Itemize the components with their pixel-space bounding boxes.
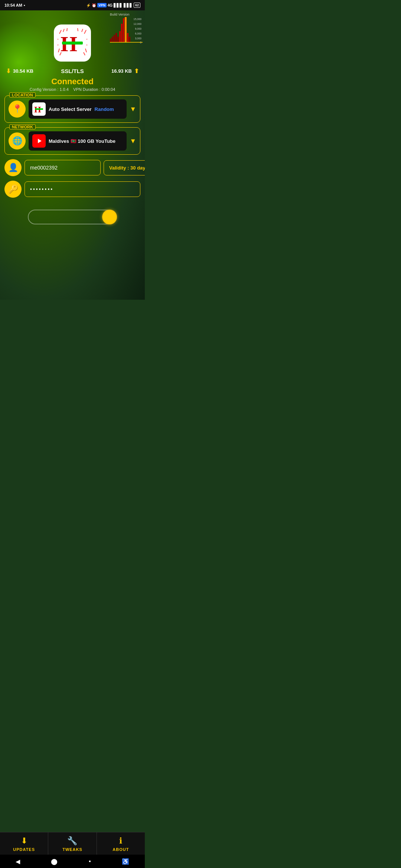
upload-arrow-icon: ⬆ <box>134 68 139 75</box>
server-name: Auto Select Server <box>49 106 92 112</box>
svg-line-30 <box>58 39 58 39</box>
status-left: 10:54 AM ▪ <box>4 3 25 7</box>
username-input[interactable] <box>25 160 101 175</box>
logo-area: H <box>4 13 140 62</box>
download-stat: ⬇ 30.54 KB <box>6 68 33 75</box>
signal-bars: ▋▋▋ <box>114 3 123 7</box>
svg-line-29 <box>84 52 85 55</box>
svg-line-27 <box>85 49 87 52</box>
network-section: NETWORK 🌐 Maldives 🇲🇻 100 GB YouTube <box>4 127 140 155</box>
svg-line-22 <box>67 28 67 31</box>
server-random-tag: Random <box>95 106 114 112</box>
svg-line-24 <box>82 29 83 32</box>
main-content: Build Version 15,000 12,000 9,000 6,000 … <box>0 10 145 300</box>
slider-area <box>4 202 140 232</box>
svg-line-23 <box>78 28 78 31</box>
svg-rect-35 <box>35 108 43 110</box>
user-icon-btn: 👤 <box>4 159 22 176</box>
password-row: 🔑 <box>4 181 140 198</box>
time-display: 10:54 AM <box>4 3 22 7</box>
config-version: Config Version : 1.0.4 <box>30 87 69 92</box>
status-right: ⚡ ⏰ VPN 4G ▋▋▋ ▋▋▋ 62 <box>86 3 140 8</box>
download-arrow-icon: ⬇ <box>6 68 11 75</box>
svg-line-32 <box>58 45 58 46</box>
download-value: 30.54 KB <box>13 68 33 74</box>
location-section-label: LOCATION <box>9 92 36 98</box>
location-section: LOCATION 📍 H Auto Select Server Random ▼ <box>4 95 140 123</box>
upload-stat: 16.93 KB ⬆ <box>111 68 139 75</box>
network-name: Maldives 🇲🇻 100 GB YouTube <box>49 138 115 144</box>
vpn-badge: VPN <box>97 3 107 7</box>
network-flag: 🇲🇻 <box>71 138 76 144</box>
password-input[interactable] <box>25 181 140 197</box>
connection-status: Connected <box>4 77 140 86</box>
username-row: 👤 Validity : 30 days <box>4 159 140 176</box>
location-icon-btn[interactable]: 📍 <box>9 101 26 118</box>
youtube-icon-svg <box>34 137 44 145</box>
vpn-duration: VPN Duration : 0:00:04 <box>73 87 115 92</box>
upload-value: 16.93 KB <box>111 68 132 74</box>
protocol-label: SSL/TLS <box>61 68 84 74</box>
svg-line-25 <box>84 30 86 34</box>
connect-slider-thumb[interactable] <box>102 210 117 224</box>
connect-slider-track[interactable] <box>28 210 117 224</box>
bluetooth-icon: ⚡ <box>86 3 91 7</box>
app-logo: H <box>54 24 91 62</box>
signal-bars-2: ▋▋▋ <box>124 3 133 7</box>
validity-display: Validity : 30 days <box>104 160 145 175</box>
connected-section: Connected Config Version : 1.0.4 VPN Dur… <box>4 77 140 92</box>
svg-line-26 <box>58 49 59 52</box>
svg-line-31 <box>87 39 87 39</box>
network-dropdown-arrow[interactable]: ▼ <box>130 137 136 145</box>
network-select-box[interactable]: Maldives 🇲🇻 100 GB YouTube <box>29 131 127 151</box>
logo-svg: H <box>58 28 87 58</box>
svg-line-21 <box>63 29 64 32</box>
location-row: 📍 H Auto Select Server Random ▼ <box>9 99 136 119</box>
server-logo-svg: H <box>33 103 45 115</box>
config-info: Config Version : 1.0.4 VPN Duration : 0:… <box>4 87 140 92</box>
network-row: 🌐 Maldives 🇲🇻 100 GB YouTube ▼ <box>9 131 136 151</box>
youtube-logo <box>32 134 46 148</box>
status-bar: 10:54 AM ▪ ⚡ ⏰ VPN 4G ▋▋▋ ▋▋▋ 62 <box>0 0 145 10</box>
screen-icon: ▪ <box>24 3 25 7</box>
network-icon-btn[interactable]: 🌐 <box>9 132 26 149</box>
svg-rect-19 <box>62 42 83 45</box>
alarm-icon: ⏰ <box>92 3 96 7</box>
server-select-box[interactable]: H Auto Select Server Random <box>29 99 127 119</box>
logo-h-container: H <box>58 28 87 58</box>
svg-line-33 <box>87 45 87 46</box>
battery-icon: 62 <box>134 3 140 8</box>
password-icon-btn: 🔑 <box>4 181 22 198</box>
network-type: 4G <box>108 3 113 7</box>
server-dropdown-arrow[interactable]: ▼ <box>130 105 136 113</box>
stats-row: ⬇ 30.54 KB SSL/TLS 16.93 KB ⬆ <box>4 65 140 77</box>
network-section-label: NETWORK <box>9 124 36 129</box>
server-logo: H <box>32 102 46 116</box>
